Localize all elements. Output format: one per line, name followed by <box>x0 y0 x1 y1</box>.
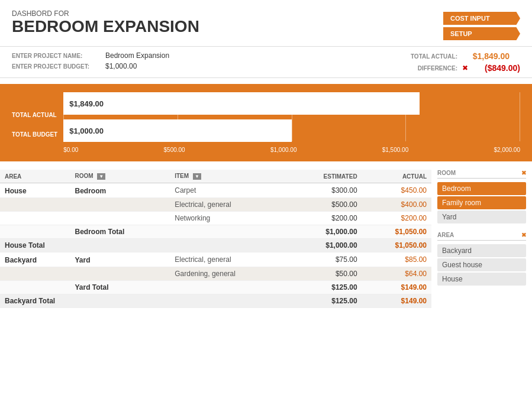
axis-label-3: $1,500.00 <box>382 147 409 153</box>
table-row: House Total $1,000.00 $1,050.00 <box>0 239 431 252</box>
axis-label-1: $500.00 <box>164 147 185 153</box>
table-row: Yard Total $125.00 $149.00 <box>0 281 431 294</box>
row-actual: $450.00 <box>362 183 431 198</box>
area-total-label: House Total <box>0 239 289 252</box>
table-row: Electrical, general $500.00 $400.00 <box>0 198 431 212</box>
subtotal-estimated: $1,000.00 <box>289 225 362 239</box>
project-name-value: Bedroom Expansion <box>105 51 169 60</box>
row-area <box>0 267 70 281</box>
area-filter-item[interactable]: Guest house <box>437 258 526 271</box>
project-budget-value: $1,000.00 <box>105 62 137 70</box>
room-filter-items: BedroomFamily roomYard <box>437 182 526 223</box>
room-filter-item[interactable]: Family room <box>437 196 526 209</box>
area-filter-items: BackyardGuest houseHouse <box>437 244 526 286</box>
header-left: DASHBORD FOR BEDROOM EXPANSION <box>12 9 199 36</box>
chart-actual-label: TOTAL ACTUAL <box>12 112 57 118</box>
page-title: BEDROOM EXPANSION <box>12 18 199 36</box>
row-estimated: $500.00 <box>289 198 362 212</box>
row-estimated: $75.00 <box>289 252 362 267</box>
subtotal-room: Bedroom Total <box>70 225 170 239</box>
area-filter-item[interactable]: House <box>437 273 526 286</box>
subtotal-room: Yard Total <box>70 281 170 294</box>
subtotal-area <box>0 225 70 239</box>
room-filter-item[interactable]: Bedroom <box>437 182 526 195</box>
row-estimated: $200.00 <box>289 212 362 225</box>
row-estimated: $50.00 <box>289 267 362 281</box>
difference-label: DIFFERENCE: <box>386 65 457 72</box>
project-info-right: TOTAL ACTUAL: $1,849.00 DIFFERENCE: ✖ ($… <box>386 51 520 73</box>
row-room: Yard <box>70 252 170 267</box>
row-actual: $85.00 <box>362 252 431 267</box>
total-actual-label: TOTAL ACTUAL: <box>386 53 457 60</box>
cost-input-button[interactable]: COST INPUT <box>443 12 520 25</box>
subtotal-item <box>170 281 289 294</box>
table-row: Backyard Total $125.00 $149.00 <box>0 294 431 308</box>
row-room <box>70 212 170 225</box>
row-room <box>70 198 170 212</box>
area-total-actual: $1,050.00 <box>362 239 431 252</box>
setup-button[interactable]: SETUP <box>443 27 520 40</box>
row-item: Electrical, general <box>170 252 289 267</box>
row-actual: $64.00 <box>362 267 431 281</box>
table-row: Backyard Yard Electrical, general $75.00… <box>0 252 431 267</box>
project-info-left: ENTER PROJECT NAME: Bedroom Expansion EN… <box>12 51 169 73</box>
axis-label-2: $1,000.00 <box>270 147 297 153</box>
room-filter-item[interactable]: Yard <box>437 210 526 223</box>
row-area <box>0 198 70 212</box>
row-area <box>0 212 70 225</box>
area-filter-section: AREA ✖ BackyardGuest houseHouse <box>437 232 526 286</box>
row-item: Networking <box>170 212 289 225</box>
row-item: Electrical, general <box>170 198 289 212</box>
row-item: Carpet <box>170 183 289 198</box>
bar-actual: $1,849.00 <box>63 92 420 115</box>
col-room: ROOM ▼ <box>70 170 170 183</box>
col-item: ITEM ▼ <box>170 170 289 183</box>
axis-label-0: $0.00 <box>63 147 78 153</box>
row-area: Backyard <box>0 252 70 267</box>
difference-row: DIFFERENCE: ✖ ($849.00) <box>386 63 520 73</box>
axis-label-4: $2,000.00 <box>494 147 520 153</box>
table-row: Bedroom Total $1,000.00 $1,050.00 <box>0 225 431 239</box>
main-content: AREA ROOM ▼ ITEM ▼ ESTIMATED <box>0 170 532 308</box>
area-filter-item[interactable]: Backyard <box>437 244 526 257</box>
data-table-wrap: AREA ROOM ▼ ITEM ▼ ESTIMATED <box>0 170 431 308</box>
project-info: ENTER PROJECT NAME: Bedroom Expansion EN… <box>0 46 532 78</box>
bar-budget: $1,000.00 <box>63 119 292 142</box>
table-row: House Bedroom Carpet $300.00 $450.00 <box>0 183 431 198</box>
subtotal-actual: $1,050.00 <box>362 225 431 239</box>
chart-area: TOTAL ACTUAL TOTAL BUDGET $1,849.00 <box>0 84 532 161</box>
page: DASHBORD FOR BEDROOM EXPANSION COST INPU… <box>0 0 532 405</box>
table-row: Gardening, general $50.00 $64.00 <box>0 267 431 281</box>
data-table: AREA ROOM ▼ ITEM ▼ ESTIMATED <box>0 170 431 308</box>
chart-bars: $1,849.00 $1,000.00 $0.00 $500.00 $1,000… <box>63 92 520 153</box>
room-filter-clear[interactable]: ✖ <box>521 170 526 176</box>
project-budget-label: ENTER PROJECT BUDGET: <box>12 63 101 70</box>
subtotal-area <box>0 281 70 294</box>
chart-budget-label: TOTAL BUDGET <box>12 131 57 138</box>
subtotal-estimated: $125.00 <box>289 281 362 294</box>
area-total-estimated: $125.00 <box>289 294 362 308</box>
room-filter-button[interactable]: ▼ <box>97 173 105 180</box>
table-row: Networking $200.00 $200.00 <box>0 212 431 225</box>
header: DASHBORD FOR BEDROOM EXPANSION COST INPU… <box>0 0 532 46</box>
row-room <box>70 267 170 281</box>
row-room: Bedroom <box>70 183 170 198</box>
item-filter-button[interactable]: ▼ <box>193 173 201 180</box>
room-filter-title: ROOM ✖ <box>437 170 526 179</box>
chart-axis: $0.00 $500.00 $1,000.00 $1,500.00 $2,000… <box>63 147 520 153</box>
room-filter-section: ROOM ✖ BedroomFamily roomYard <box>437 170 526 223</box>
subtotal-item <box>170 225 289 239</box>
col-estimated: ESTIMATED <box>289 170 362 183</box>
project-name-row: ENTER PROJECT NAME: Bedroom Expansion <box>12 51 169 60</box>
area-filter-clear[interactable]: ✖ <box>521 232 526 238</box>
total-actual-value: $1,849.00 <box>462 51 510 61</box>
row-area: House <box>0 183 70 198</box>
total-actual-row: TOTAL ACTUAL: $1,849.00 <box>386 51 520 61</box>
col-actual: ACTUAL <box>362 170 431 183</box>
row-item: Gardening, general <box>170 267 289 281</box>
area-filter-title: AREA ✖ <box>437 232 526 241</box>
row-actual: $200.00 <box>362 212 431 225</box>
subtotal-actual: $149.00 <box>362 281 431 294</box>
filter-panel: ROOM ✖ BedroomFamily roomYard AREA ✖ Bac… <box>431 170 532 308</box>
project-name-label: ENTER PROJECT NAME: <box>12 53 101 59</box>
